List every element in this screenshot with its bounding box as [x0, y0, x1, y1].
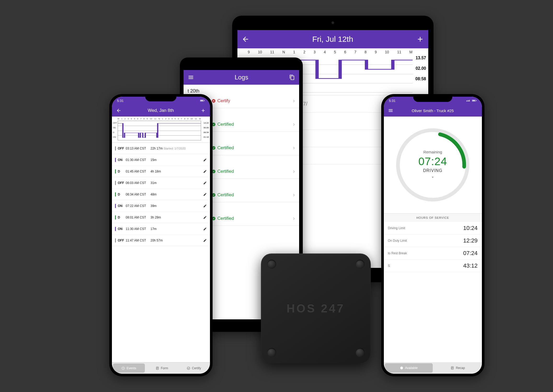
- gauge-remaining-label: Remaining: [423, 150, 442, 154]
- event-duration: 3h 29m: [151, 216, 203, 219]
- device-brand: HOS 247: [261, 253, 371, 363]
- event-row[interactable]: OFF 11:47 AM CST 20h 57m: [112, 235, 210, 246]
- event-duration: 39m: [151, 204, 203, 208]
- edit-icon[interactable]: [203, 204, 207, 208]
- add-icon[interactable]: [416, 35, 424, 43]
- hos-value: 12:29: [463, 237, 477, 244]
- tablet-small-header: Logs: [184, 70, 299, 85]
- hos-value: 10:24: [463, 225, 477, 232]
- event-duration: 4h 18m: [151, 170, 203, 173]
- event-duration: 48m: [151, 193, 203, 196]
- event-row[interactable]: ON 07:22 AM CST 39m: [112, 200, 210, 212]
- hours-of-service: HOURS OF SERVICE Driving Limit10:24On Du…: [384, 213, 482, 272]
- chevron-right-icon: ›: [293, 168, 295, 175]
- tab-available[interactable]: Available: [385, 363, 433, 373]
- hos-row[interactable]: S43:12: [384, 260, 482, 272]
- event-time: 01:45 AM CST: [126, 170, 151, 173]
- status-time: 5:31: [389, 99, 396, 103]
- svg-point-22: [400, 367, 403, 370]
- phone-left-screen: 5:31 Wed, Jan 8th M1234567891011N1234567…: [112, 97, 210, 374]
- chevron-right-icon: ›: [293, 121, 295, 128]
- hour-tick: 7: [354, 50, 356, 54]
- event-row[interactable]: D 08:01 AM CST 3h 29m: [112, 212, 210, 223]
- hour-tick: 3: [313, 50, 316, 54]
- camera-dot: [332, 21, 334, 24]
- event-status: OFF: [118, 239, 126, 242]
- menu-icon[interactable]: [388, 108, 393, 113]
- event-row[interactable]: ON 11:30 AM CST 17m: [112, 223, 210, 235]
- event-duration: 31m: [151, 181, 203, 185]
- event-row[interactable]: ON 01:30 AM CST 15m: [112, 154, 210, 166]
- edit-icon[interactable]: [203, 170, 207, 173]
- chevron-down-icon[interactable]: [431, 175, 435, 180]
- hos-label: Driving Limit: [388, 226, 463, 230]
- certify-status: Certified: [212, 216, 234, 221]
- chart-total-1: 13.57: [415, 56, 426, 60]
- status-icons: [466, 99, 477, 103]
- event-time: 06:03 AM CST: [126, 181, 151, 185]
- status-color-bar: [115, 227, 116, 231]
- certify-status: Certified: [212, 145, 234, 151]
- edit-icon[interactable]: [203, 216, 207, 219]
- event-row[interactable]: D 06:34 AM CST 48m: [112, 189, 210, 200]
- tab-recap[interactable]: Recap: [434, 362, 482, 374]
- event-row[interactable]: OFF 06:03 AM CST 31m: [112, 177, 210, 189]
- tab-events[interactable]: Events: [113, 364, 145, 373]
- hos-value: 07:24: [463, 250, 477, 257]
- edit-icon[interactable]: [203, 239, 207, 242]
- tab-certify[interactable]: Certify: [178, 362, 210, 374]
- tablet-small-title: Logs: [194, 74, 289, 81]
- phone-left-title: Wed, Jan 8th: [121, 108, 201, 113]
- phone-notch: [145, 94, 176, 101]
- hos-value: 43:12: [463, 262, 477, 269]
- event-time: 11:30 AM CST: [126, 227, 151, 231]
- edit-icon[interactable]: [203, 193, 207, 196]
- phone-left-header: Wed, Jan 8th: [112, 105, 210, 117]
- back-icon[interactable]: [242, 35, 249, 43]
- status-color-bar: [115, 181, 116, 185]
- back-icon[interactable]: [116, 108, 121, 113]
- svg-rect-14: [204, 100, 204, 101]
- hour-tick: 9: [248, 50, 250, 54]
- certify-status: Certify: [212, 98, 230, 103]
- copy-icon[interactable]: [289, 74, 295, 80]
- hour-tick: 11: [397, 50, 401, 54]
- hos-row[interactable]: On Duty Limit12:29: [384, 234, 482, 247]
- edit-icon[interactable]: [203, 227, 207, 231]
- status-color-bar: [115, 204, 116, 208]
- add-icon[interactable]: [201, 108, 206, 113]
- driving-gauge[interactable]: Remaining 07:24 DRIVING: [384, 117, 482, 213]
- event-time: 08:01 AM CST: [126, 216, 151, 219]
- svg-point-5: [212, 146, 215, 149]
- hour-tick: M: [409, 50, 413, 54]
- chevron-right-icon: ›: [293, 215, 295, 222]
- status-color-bar: [115, 169, 116, 174]
- hos-row[interactable]: Driving Limit10:24: [384, 222, 482, 234]
- eld-device: HOS 247: [261, 253, 371, 363]
- event-time: 03:13 AM CST: [126, 147, 151, 150]
- chevron-right-icon: ›: [293, 192, 295, 198]
- edit-icon[interactable]: [203, 158, 207, 162]
- log-date: t 20th: [184, 85, 299, 95]
- chart-total-2: 02.00: [415, 66, 426, 71]
- svg-rect-20: [476, 100, 476, 101]
- hos-label: to Rest Break: [388, 251, 463, 255]
- hour-tick: 2: [303, 50, 305, 54]
- menu-icon[interactable]: [188, 74, 194, 80]
- hour-tick: 6: [344, 50, 346, 54]
- event-status: ON: [118, 204, 126, 208]
- event-row[interactable]: D 01:45 AM CST 4h 18m: [112, 166, 210, 177]
- event-row[interactable]: OFF 03:13 AM CST 22h 17m Started: 1/7/20…: [112, 143, 210, 154]
- chart-total-3: 08:58: [415, 77, 426, 81]
- chevron-right-icon: ›: [293, 97, 295, 104]
- hos-row[interactable]: to Rest Break07:24: [384, 247, 482, 260]
- event-status: D: [118, 170, 126, 173]
- event-time: 07:22 AM CST: [126, 204, 151, 208]
- event-duration: 22h 17m Started: 1/7/2020: [151, 147, 207, 150]
- event-status: OFF: [118, 147, 126, 150]
- edit-icon[interactable]: [203, 181, 207, 185]
- tab-form[interactable]: Form: [146, 362, 178, 374]
- status-time: 5:31: [117, 99, 124, 103]
- event-duration: 17m: [151, 227, 203, 231]
- phone-right-header: Oliver Smith - Truck #25: [384, 105, 482, 117]
